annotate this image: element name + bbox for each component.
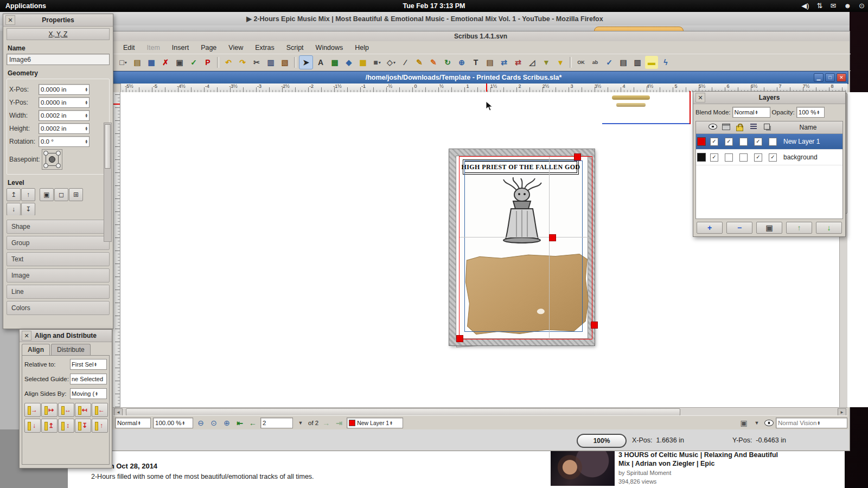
center-vertical-button[interactable]: ↕ [58,419,74,433]
rotation-input[interactable]: 0.0 °▴▾ [39,136,90,147]
selection-handle-bottom-left[interactable] [456,335,463,342]
layer-row[interactable]: ✓✓✓New Layer 1 [696,134,843,150]
layers-titlebar[interactable]: ✕ Layers [693,92,845,104]
align-right-to-anchor-button[interactable]: → [24,403,41,417]
menu-view[interactable]: View [222,42,249,53]
layer-color-swatch[interactable] [697,153,706,162]
print-column-icon[interactable] [719,124,733,131]
vertical-ruler[interactable] [113,92,120,407]
menu-item[interactable]: Item [141,42,166,53]
add-layer-button[interactable]: + [697,222,723,234]
insert-bezier-icon[interactable]: ✎ [413,56,426,69]
document-titlebar[interactable]: /home/josh/Downloads/Template - Printed … [113,71,848,84]
selection-frame-blue[interactable] [464,160,583,332]
zoom-default-icon[interactable]: ⊙ [208,418,219,428]
layer-color-swatch[interactable] [697,137,706,146]
undo-icon[interactable]: ↶ [222,56,235,69]
basepoint-bottom-left[interactable] [43,163,48,168]
adjacent-card-artwork[interactable] [602,91,691,124]
align-left-edges-button[interactable]: ↦ [41,403,58,417]
insert-freehand-icon[interactable]: ✎ [427,56,440,69]
zoom-level-field[interactable]: 100.00 % ▴▾ [153,418,193,428]
edit-contents-icon[interactable]: T [469,56,482,69]
height-input[interactable]: 0.0002 in▴▾ [39,123,90,134]
eye-dropper-icon[interactable]: ▾ [554,56,567,69]
properties-scrollbar[interactable] [104,123,112,242]
selection-handle-top-right[interactable] [574,153,581,160]
last-page-button[interactable]: ⇥ [334,418,344,428]
menu-insert[interactable]: Insert [166,42,195,53]
tab-xyz[interactable]: X, Y, Z [7,28,110,40]
select-item-icon[interactable]: ➤ [299,55,313,69]
redo-icon[interactable]: ↷ [236,56,249,69]
duplicate-layer-button[interactable]: ▣ [756,222,782,234]
save-document-icon[interactable]: ▦ [145,56,158,69]
preview-dropdown-icon[interactable]: ▼ [751,418,762,428]
lock-object-button[interactable]: ⊞ [69,188,83,201]
zoom-in-icon[interactable]: ⊕ [221,418,232,428]
insert-polygon-icon[interactable]: ◇▾ [385,56,398,69]
center-horizontal-button[interactable]: ↔ [58,403,74,417]
opacity-input[interactable]: 100 % ▴▾ [796,107,825,118]
layer-checkbox[interactable]: ✓ [754,138,762,146]
layer-checkbox[interactable] [739,138,748,146]
properties-close-icon[interactable]: ✕ [5,15,15,25]
align-right-edges-button[interactable]: ↤ [75,403,91,417]
section-line[interactable]: Line [7,285,110,299]
y-pos-spinner[interactable]: ▴▾ [85,100,87,105]
lower-to-bottom-button[interactable]: ↧ [21,203,35,215]
align-above-anchor-button[interactable]: ↑ [92,419,108,433]
item-name-input[interactable]: Image6 [7,54,110,65]
measurements-icon[interactable]: ◿ [526,56,539,69]
scribus-titlebar[interactable]: Scribus 1.4.1.svn [112,31,850,41]
menu-windows[interactable]: Windows [310,42,349,53]
preflight-verifier-icon[interactable]: ✓ [187,56,200,69]
text-annotation-icon[interactable]: ▬ [645,56,658,69]
lower-button[interactable]: ↓ [7,203,21,215]
vision-select[interactable]: Normal Vision ▴▾ [776,418,847,428]
align-below-anchor-button[interactable]: ↓ [24,419,41,433]
pdf-combo-box-icon[interactable]: ▤ [617,56,630,69]
relative-to-select[interactable]: First Sel ▴▾ [70,359,107,370]
updown-arrows-icon[interactable]: ⇅ [817,0,823,12]
pdf-push-button-icon[interactable]: OK [575,56,588,69]
document-close-button[interactable]: ✕ [837,73,846,82]
copy-item-properties-icon[interactable]: ▼ [540,56,553,69]
outline-column-icon[interactable] [760,124,774,131]
blend-spinner[interactable]: ▴▾ [756,110,758,114]
pdf-check-box-icon[interactable]: ✓ [603,56,616,69]
first-page-button[interactable]: ⇤ [234,418,245,428]
align-close-icon[interactable]: ✕ [22,331,31,341]
layer-checkbox[interactable]: ✓ [754,153,762,162]
ungroup-button[interactable]: ◻ [54,188,68,201]
lock-column-icon[interactable] [733,124,746,131]
vision-spinner[interactable]: ▴▾ [818,421,820,425]
active-layer-select[interactable]: New Layer 1 ▴▾ [347,418,403,428]
previous-page-button[interactable]: ← [247,418,258,428]
zoom-spinner[interactable]: ▴▾ [183,421,185,425]
basepoint-bottom-right[interactable] [56,163,61,168]
insert-line-icon[interactable]: ∕ [399,56,412,69]
firefox-titlebar[interactable]: ▶ 2-Hours Epic Music Mix | Most Beautifu… [0,12,850,26]
horizontal-scrollbar[interactable]: ◄ ► [113,407,847,416]
basepoint-center[interactable] [49,156,55,163]
properties-scrollbar-thumb[interactable] [105,124,111,169]
y-pos-input[interactable]: 0.0000 in▴▾ [39,97,90,108]
print-preview-icon[interactable]: ▣ [738,418,749,428]
document-maximize-button[interactable]: □ [825,73,835,82]
print-icon[interactable]: ▣ [173,56,186,69]
mail-icon[interactable]: ✉ [831,0,837,12]
insert-shape-icon[interactable]: ■▾ [371,56,384,69]
menu-page[interactable]: Page [195,42,222,53]
raise-button[interactable]: ↑ [21,188,35,201]
open-document-icon[interactable]: ▤ [131,56,144,69]
layer-checkbox[interactable] [725,153,733,162]
raise-layer-button[interactable]: ↑ [786,222,812,234]
section-colors[interactable]: Colors [7,301,110,315]
suggested-video-byline[interactable]: by Spiritual Moment [618,470,671,476]
pdf-list-box-icon[interactable]: ▥ [631,56,644,69]
suggested-video-title[interactable]: 3 HOURS of Celtic Music | Relaxing And B… [618,451,781,468]
textflow-column-icon[interactable] [746,124,760,131]
export-pdf-icon[interactable]: P [201,56,214,69]
rotation-spinner[interactable]: ▴▾ [85,139,87,144]
